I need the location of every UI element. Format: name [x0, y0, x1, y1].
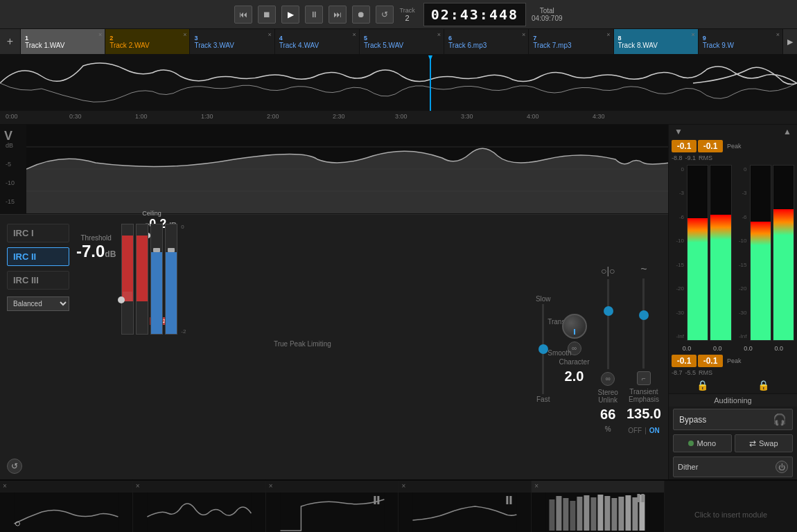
stereo-handle[interactable]	[604, 306, 613, 316]
transient-lock-button[interactable]: ⌐	[637, 371, 651, 385]
swap-icon: ⇄	[749, 438, 756, 448]
tab-scroll-right[interactable]: ▶	[783, 29, 797, 54]
tab-close-1[interactable]: ×	[98, 31, 102, 38]
track-tab-4[interactable]: × 4 Track 4.WAV	[275, 29, 360, 54]
transient-icon: ~	[640, 263, 647, 276]
module-posteq[interactable]: × ⏻ Post Equalizer ⏸	[398, 481, 532, 532]
track-tab-6[interactable]: × 6 Track 6.mp3	[444, 29, 529, 54]
svg-rect-27	[619, 497, 624, 531]
character-knob[interactable]	[562, 314, 587, 339]
tab-close-2[interactable]: ×	[183, 31, 186, 38]
meter-fill-right-2	[773, 209, 794, 340]
svg-rect-12	[377, 496, 379, 504]
balanced-select[interactable]: Balanced Aggressive Gentle	[7, 296, 69, 311]
headphone-icon[interactable]: 🎧	[773, 413, 787, 426]
track-tab-9[interactable]: × 9 Track 9.W	[699, 29, 783, 54]
svg-rect-31	[638, 494, 640, 502]
timeline-230: 2:30	[333, 113, 345, 120]
fader-4-handle[interactable]	[168, 248, 175, 252]
tab-close-5[interactable]: ×	[437, 31, 441, 38]
pause-button[interactable]: ⏸	[305, 6, 323, 24]
lock-row: 🔒 🔒	[669, 377, 797, 393]
peak-label-2: Peak	[727, 357, 742, 364]
tab-close-8[interactable]: ×	[691, 31, 694, 38]
faders-area: Threshold -7.0dB Ceiling -0.2dB	[76, 220, 529, 335]
track-tab-7[interactable]: × 7 Track 7.mp3	[529, 29, 613, 54]
rewind-button[interactable]: ⏮	[234, 6, 252, 24]
stereo-link-button[interactable]: ∞	[601, 372, 615, 386]
track-tab-1[interactable]: × 1 Track 1.WAV	[21, 29, 105, 54]
meter-group-2	[750, 165, 795, 341]
meter-bar-right-2	[773, 165, 794, 341]
transport-time[interactable]: 02:43:448	[423, 3, 526, 26]
irc3-button[interactable]: IRC III	[7, 271, 69, 290]
svg-rect-11	[374, 496, 376, 504]
module-maximizer-close[interactable]: ×	[534, 482, 538, 490]
module-exciter-preview	[133, 493, 265, 532]
track-tab-5[interactable]: × 5 Track 5.WAV	[360, 29, 444, 54]
stereo-slider	[607, 279, 609, 369]
mono-button[interactable]: Mono	[673, 434, 732, 452]
stereo-group: ○|○ ∞ StereoUnlink 66 %	[597, 265, 618, 433]
swap-button[interactable]: ⇄ Swap	[735, 434, 794, 452]
lock-icon-1[interactable]: 🔒	[697, 380, 708, 391]
tab-close-4[interactable]: ×	[353, 31, 356, 38]
rms-left-1: -8.8	[672, 154, 683, 161]
transport-bar: ⏮ ⏹ ▶ ⏸ ⏭ ⏺ ↺ Track 2 02:43:448 Total 04…	[0, 0, 797, 29]
module-dynamics[interactable]: × ⏻ Dynamics ⏸	[266, 481, 399, 532]
lock-icon-2[interactable]: 🔒	[757, 380, 769, 391]
module-equalizer[interactable]: × ⏻ Equalizer ..	[0, 481, 133, 532]
fader-1[interactable]	[121, 224, 134, 335]
transient-handle[interactable]	[639, 310, 649, 320]
total-info: Total 04:09:709	[532, 7, 563, 22]
svg-rect-21	[577, 497, 583, 531]
fader-3-handle[interactable]	[153, 248, 160, 252]
true-peak-label: True Peak Limiting	[76, 340, 529, 348]
eq-display: V dB -5 -10 -15	[0, 125, 668, 215]
total-label: Total	[540, 7, 554, 15]
off-on-toggle[interactable]: OFF | ON	[628, 427, 660, 434]
bypass-label: Bypass	[679, 415, 706, 425]
reset-button[interactable]: ↺	[7, 452, 69, 474]
module-exciter[interactable]: × ⏻ Exciter ..	[133, 481, 266, 532]
track-tab-8[interactable]: × 8 Track 8.WAV	[614, 29, 699, 54]
irc2-button[interactable]: IRC II	[7, 247, 69, 266]
svg-rect-17	[550, 499, 555, 531]
tab-close-6[interactable]: ×	[522, 31, 525, 38]
timeline-330: 3:30	[461, 113, 473, 120]
track-tab-3[interactable]: × 3 Track 3.WAV	[190, 29, 274, 54]
tab-close-3[interactable]: ×	[268, 31, 271, 38]
peak-label-1: Peak	[727, 143, 742, 150]
module-insert-slot[interactable]: Click to insert module	[665, 481, 797, 532]
tab-close-7[interactable]: ×	[606, 31, 610, 38]
svg-rect-29	[633, 497, 638, 531]
fader-4[interactable]	[165, 224, 177, 335]
tab-close-9[interactable]: ×	[776, 31, 780, 38]
module-exciter-close[interactable]: ×	[136, 482, 140, 490]
irc1-button[interactable]: IRC I	[7, 224, 69, 242]
loop-button[interactable]: ↺	[376, 6, 394, 24]
waveform-canvas[interactable]	[0, 55, 797, 111]
peak-left-2: -0.1	[672, 355, 697, 367]
module-posteq-close[interactable]: ×	[401, 482, 405, 490]
play-button[interactable]: ▶	[281, 6, 299, 24]
svg-rect-26	[612, 498, 618, 531]
fader-2[interactable]	[136, 224, 148, 335]
stop-button[interactable]: ⏹	[258, 6, 276, 24]
svg-rect-18	[557, 496, 562, 531]
module-eq-close[interactable]: ×	[3, 482, 7, 490]
add-track-button[interactable]: +	[0, 29, 21, 54]
svg-rect-20	[570, 501, 576, 531]
module-maximizer[interactable]: ×	[532, 481, 665, 532]
module-dynamics-close[interactable]: ×	[269, 482, 273, 490]
waveform-overview[interactable]: 0:00 0:30 1:00 1:30 2:00 2:30 3:00 3:30 …	[0, 55, 797, 125]
fast-forward-button[interactable]: ⏭	[329, 6, 347, 24]
speed-handle[interactable]	[538, 344, 548, 354]
fader-3[interactable]	[150, 224, 163, 335]
timeline-430: 4:30	[593, 113, 605, 120]
dither-power-button[interactable]: ⏻	[776, 461, 788, 473]
record-button[interactable]: ⏺	[352, 6, 370, 24]
module-maximizer-preview	[532, 493, 664, 532]
module-posteq-svg	[398, 493, 531, 532]
track-tab-2[interactable]: × 2 Track 2.WAV	[105, 29, 190, 54]
